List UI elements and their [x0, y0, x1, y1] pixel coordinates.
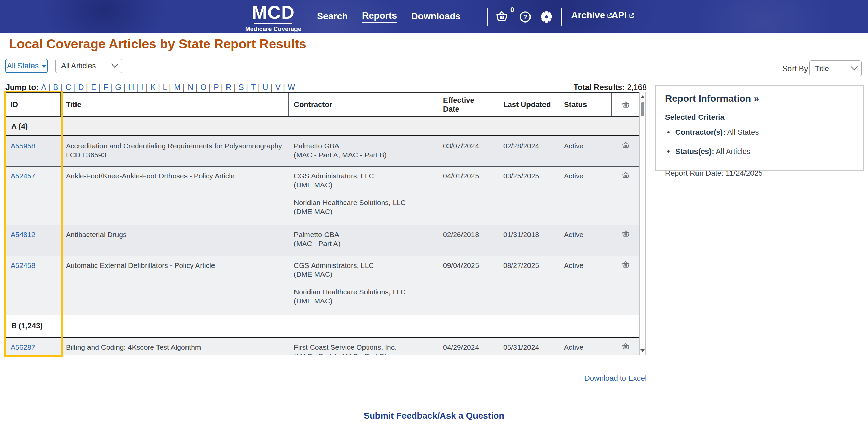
chevron-down-icon [111, 60, 119, 68]
archive-link[interactable]: Archive [571, 10, 612, 21]
article-title-cell: Billing and Coding: 4Kscore Test Algorit… [61, 338, 289, 355]
article-title-cell: Accreditation and Credentialing Requirem… [61, 136, 289, 166]
column-header-title[interactable]: Title [61, 93, 289, 116]
jump-letter-k[interactable]: K [150, 83, 162, 92]
jump-letter-c[interactable]: C [65, 83, 78, 92]
download-to-excel-wrapper: Download to Excel [5, 374, 647, 383]
gear-icon[interactable] [540, 11, 552, 24]
jump-letter-t[interactable]: T [250, 83, 262, 92]
scroll-up-button[interactable] [640, 92, 645, 101]
jump-letter-m[interactable]: M [174, 83, 187, 92]
effective-date-cell: 04/01/2025 [438, 167, 498, 225]
table-row: A54812 Antibacterial Drugs Palmetto GBA … [5, 225, 639, 256]
jump-letter-i[interactable]: I [141, 83, 150, 92]
article-id-link[interactable]: A56287 [11, 343, 35, 351]
jump-letter-r[interactable]: R [225, 83, 238, 92]
add-to-basket-button[interactable] [612, 167, 639, 225]
external-link-icon [629, 10, 634, 21]
column-header-id[interactable]: ID [5, 93, 61, 116]
nav-search[interactable]: Search [317, 11, 348, 22]
jump-letter-l[interactable]: L [162, 83, 174, 92]
nav-reports[interactable]: Reports [362, 11, 397, 23]
group-row: B (1,243) [5, 315, 639, 338]
report-information-panel: Report Information » Selected Criteria •… [655, 85, 864, 171]
basket-icon [622, 171, 630, 179]
jump-letter-o[interactable]: O [200, 83, 213, 92]
question-circle-icon[interactable]: ? [519, 11, 531, 24]
last-updated-cell: 08/27/2025 [498, 256, 559, 315]
sort-by-select[interactable]: Title [809, 60, 862, 76]
article-id-link[interactable]: A55958 [11, 142, 35, 150]
add-to-basket-button[interactable] [612, 225, 639, 256]
jump-letter-a[interactable]: A [41, 83, 53, 92]
jump-letter-w[interactable]: W [287, 83, 295, 92]
nav-downloads[interactable]: Downloads [411, 11, 460, 22]
column-header-contractor[interactable]: Contractor [289, 93, 438, 116]
criteria-value: All States [727, 128, 759, 136]
jump-to-label: Jump to: [5, 83, 39, 92]
status-cell: Active [559, 338, 612, 355]
effective-date-cell: 09/04/2025 [438, 256, 498, 315]
column-header-status[interactable]: Status [559, 93, 612, 116]
table-row: A56287 Billing and Coding: 4Kscore Test … [5, 338, 639, 355]
article-id-link[interactable]: A52457 [11, 172, 35, 180]
basket-icon[interactable] [495, 10, 508, 24]
add-to-basket-button[interactable] [612, 256, 639, 315]
all-states-dropdown-button[interactable]: All States [5, 59, 48, 73]
article-id-cell: A52457 [5, 167, 61, 225]
article-id-link[interactable]: A54812 [11, 231, 35, 239]
article-id-cell: A54812 [5, 225, 61, 256]
status-cell: Active [559, 136, 612, 166]
top-banner: MCD Medicare Coverage Database Search Re… [0, 0, 868, 33]
jump-letter-e[interactable]: E [91, 83, 103, 92]
add-to-basket-button[interactable] [612, 136, 639, 166]
jump-letter-n[interactable]: N [187, 83, 200, 92]
jump-letter-v[interactable]: V [275, 83, 287, 92]
total-results-label: Total Results: [574, 83, 625, 92]
contractor-cell: First Coast Service Options, Inc. (MAC -… [289, 338, 438, 355]
effective-date-cell: 02/26/2018 [438, 225, 498, 256]
jump-letter-g[interactable]: G [115, 83, 128, 92]
last-updated-cell: 03/25/2025 [498, 167, 559, 225]
jump-letter-h[interactable]: H [128, 83, 141, 92]
mcd-logo[interactable]: MCD Medicare Coverage Database [239, 3, 307, 42]
api-link[interactable]: API [611, 10, 634, 21]
group-label: B (1,243) [11, 321, 43, 330]
jump-to-bar: Jump to: ABCDEFGHIKLMNOPRSTUVW [5, 83, 295, 92]
report-information-title[interactable]: Report Information » [665, 93, 854, 104]
table-row: A52458 Automatic External Defibrillators… [5, 256, 639, 315]
download-to-excel-link[interactable]: Download to Excel [584, 374, 647, 383]
status-cell: Active [559, 167, 612, 225]
sort-by-value: Title [815, 64, 829, 73]
header-divider [561, 8, 562, 26]
chevron-down-icon [851, 63, 858, 70]
bullet-icon: • [667, 147, 670, 156]
submit-feedback-link[interactable]: Submit Feedback/Ask a Question [364, 411, 505, 421]
svg-text:?: ? [523, 13, 527, 21]
jump-letter-u[interactable]: U [262, 83, 275, 92]
feedback-wrapper: Submit Feedback/Ask a Question [0, 411, 868, 421]
jump-letter-s[interactable]: S [238, 83, 250, 92]
criteria-item: • Contractor(s): All States [665, 128, 854, 137]
jump-letter-f[interactable]: F [103, 83, 115, 92]
articles-status-select[interactable]: All Articles [55, 59, 122, 73]
article-id-link[interactable]: A52458 [11, 261, 35, 269]
total-results-value: 2,168 [627, 83, 647, 92]
column-header-last-updated[interactable]: Last Updated [498, 93, 559, 116]
table-scrollbar[interactable] [639, 92, 646, 355]
table-row: A55958 Accreditation and Credentialing R… [5, 136, 639, 167]
table-header-row: ID Title Contractor Effective Date Last … [5, 93, 639, 117]
jump-letter-b[interactable]: B [53, 83, 65, 92]
basket-icon [622, 261, 630, 268]
scrollbar-thumb[interactable] [641, 102, 644, 116]
effective-date-cell: 03/07/2024 [438, 136, 498, 166]
add-to-basket-button[interactable] [612, 338, 639, 355]
effective-date-cell: 04/29/2024 [438, 338, 498, 355]
scroll-down-button[interactable] [640, 347, 645, 355]
jump-letter-d[interactable]: D [78, 83, 91, 92]
article-id-cell: A56287 [5, 338, 61, 355]
article-title-cell: Ankle-Foot/Knee-Ankle-Foot Orthoses - Po… [61, 167, 289, 225]
jump-letter-p[interactable]: P [213, 83, 225, 92]
basket-icon [622, 230, 630, 237]
column-header-effective-date[interactable]: Effective Date [438, 93, 498, 116]
